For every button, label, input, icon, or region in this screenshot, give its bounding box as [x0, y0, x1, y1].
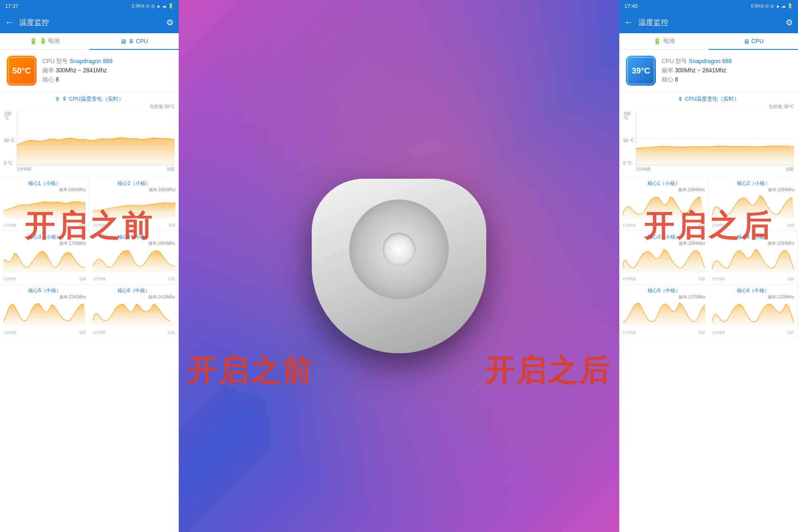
- left-tabs: 🔋 🔋 电池 🖥 🖥 CPU: [0, 33, 179, 50]
- left-app-title: 温度监控: [19, 17, 166, 27]
- left-core3-chart: [3, 247, 86, 276]
- cpu-core-label: 核心: [42, 76, 54, 83]
- right-core-3: 核心3（小核） 频率:1094Mhz 1分钟前 当前: [619, 231, 709, 285]
- right-core1-chart: [623, 194, 705, 223]
- left-core4-freq: 频率:1804Mhz: [93, 241, 175, 246]
- left-core3-freq: 频率:1708Mhz: [3, 241, 86, 246]
- right-cpu-model-value: Snapdragon 888: [689, 58, 732, 64]
- left-core-1: 核心1（小核） 频率:1804Mhz 1分钟前 当前: [0, 177, 89, 231]
- cpu-model-row: CPU 型号 Snapdragon 888: [42, 58, 113, 65]
- right-tab-battery[interactable]: 🔋 电池: [619, 33, 709, 49]
- right-core2-label: 核心2（小核）: [712, 180, 795, 187]
- cpu-freq-value: 300Mhz ~ 2841Mhz: [56, 67, 107, 74]
- left-chart-title: 🎙 🎙 CPU温度变化（实时）: [4, 95, 175, 103]
- mic-icon-right: 🎙: [678, 96, 683, 102]
- right-core5-time: 1分钟前 当前: [623, 330, 705, 335]
- right-core6-freq: 频率:1209Mhz: [712, 294, 794, 300]
- left-core5-freq: 频率:2342Mhz: [3, 294, 86, 300]
- left-core3-time: 1分钟前 当前: [3, 276, 86, 282]
- cooler-device: [312, 179, 486, 353]
- left-chart-area: [17, 111, 175, 165]
- right-main-chart: 🎙 CPU温度变化（实时） 当前值:39°C 100 °C 50 °C 0 °C: [619, 92, 798, 177]
- cpu-model-label: CPU 型号: [42, 58, 68, 64]
- middle-background: 开启之前 开启之后: [179, 0, 619, 532]
- left-core-6: 核心6（中核） 频率:2419Mhz 1分钟前 当前: [89, 285, 179, 338]
- cpu-freq-row: 频率 300Mhz ~ 2841Mhz: [42, 67, 113, 74]
- left-core3-label: 核心3（小核）: [3, 234, 86, 241]
- cpu-core-row: 核心 8: [42, 76, 113, 84]
- right-core5-label: 核心5（中核）: [623, 287, 705, 294]
- left-app-bar: ← 温度监控 ⚙: [0, 12, 179, 33]
- right-status-bar: 17:40 0.5K/s ⊙ ◎ ▲ ☁ 🔋: [619, 0, 798, 12]
- right-core-6: 核心6（中核） 频率:1209Mhz 1分钟前 当前: [709, 285, 798, 338]
- left-core-2: 核心2（小核） 频率:1804Mhz 1分钟前 当前: [89, 177, 179, 231]
- left-core6-label: 核心6（中核）: [93, 287, 175, 294]
- right-core4-freq: 频率:1094Mhz: [712, 241, 794, 246]
- left-main-chart: 🎙 🎙 CPU温度变化（实时） 当前值:50°C 100 °C 50 °C 0 …: [0, 92, 179, 177]
- left-cpu-temp-badge: 50°C: [7, 56, 37, 86]
- right-cpu-freq-value: 300Mhz ~ 2841Mhz: [675, 67, 726, 74]
- left-core1-freq: 频率:1804Mhz: [3, 187, 86, 193]
- right-core3-label: 核心3（小核）: [623, 234, 705, 241]
- left-cores-scroll[interactable]: 核心1（小核） 频率:1804Mhz 1分钟前 当前 核心2（小核） 频率: [0, 177, 179, 532]
- right-chart-container: 100 °C 50 °C 0 °C: [623, 111, 794, 174]
- right-core5-chart: [623, 301, 705, 330]
- right-core4-label: 核心4（小核）: [712, 234, 794, 241]
- right-cpu-freq-label: 频率: [662, 67, 673, 74]
- right-back-button[interactable]: ←: [624, 17, 633, 28]
- right-cpu-freq-row: 频率 300Mhz ~ 2841Mhz: [662, 67, 732, 74]
- right-core2-chart: [712, 194, 795, 223]
- right-app-title: 温度监控: [638, 17, 786, 27]
- right-cpu-details: CPU 型号 Snapdragon 888 频率 300Mhz ~ 2841Mh…: [662, 58, 732, 84]
- right-chart-title: 🎙 CPU温度变化（实时）: [623, 95, 794, 103]
- right-core1-label: 核心1（小核）: [623, 180, 705, 187]
- right-cpu-model-label: CPU 型号: [662, 58, 687, 64]
- right-core-4: 核心4（小核） 频率:1094Mhz 1分钟前 当前: [709, 231, 798, 285]
- right-tab-cpu[interactable]: 🖥 CPU: [709, 33, 798, 50]
- right-phone-panel: 17:40 0.5K/s ⊙ ◎ ▲ ☁ 🔋 ← 温度监控 ⚙ 🔋 电池 🖥 C…: [619, 0, 798, 532]
- cooler-body: [312, 179, 486, 353]
- right-y-labels: 100 °C 50 °C 0 °C: [623, 111, 636, 165]
- left-core-4: 核心4（小核） 频率:1804Mhz 1分钟前 当前: [89, 231, 179, 285]
- left-tab-cpu[interactable]: 🖥 🖥 CPU: [89, 33, 179, 50]
- left-core4-time: 1分钟前 当前: [93, 276, 175, 282]
- cpu-icon-left: 🖥: [120, 38, 126, 45]
- left-x-labels: 1分钟前 当前: [17, 165, 175, 174]
- right-core6-time: 1分钟前 当前: [712, 330, 794, 335]
- cpu-model-value: Snapdragon 888: [69, 58, 113, 64]
- fan-center: [382, 233, 416, 266]
- left-cpu-info: 50°C CPU 型号 Snapdragon 888 频率 300Mhz ~ 2…: [0, 50, 179, 92]
- right-battery-icon: 🔋: [653, 37, 661, 45]
- left-cores-grid: 核心1（小核） 频率:1804Mhz 1分钟前 当前 核心2（小核） 频率: [0, 177, 179, 338]
- left-chart-current: 当前值:50°C: [4, 103, 175, 110]
- right-time: 17:40: [624, 3, 638, 9]
- right-chart-current: 当前值:39°C: [623, 103, 794, 110]
- mic-icon-left: 🎙: [55, 96, 60, 102]
- right-cores-grid: 核心1（小核） 频率:1094Mhz 1分钟前 当前 核心2（小核） 频率: [619, 177, 798, 338]
- right-chart-area: [636, 111, 794, 165]
- right-core-2: 核心2（小核） 频率:1094Mhz 1分钟前 当前: [709, 177, 798, 231]
- left-core1-chart: [3, 194, 86, 223]
- left-y-labels: 100 °C 50 °C 0 °C: [4, 111, 17, 165]
- right-cpu-core-label: 核心: [662, 76, 673, 83]
- right-cpu-info: 39°C CPU 型号 Snapdragon 888 频率 300Mhz ~ 2…: [619, 50, 798, 92]
- right-tabs: 🔋 电池 🖥 CPU: [619, 33, 798, 50]
- right-core-1: 核心1（小核） 频率:1094Mhz 1分钟前 当前: [619, 177, 709, 231]
- left-gear-icon[interactable]: ⚙: [166, 17, 174, 27]
- left-core5-time: 1分钟前 当前: [3, 330, 86, 335]
- cpu-freq-label: 频率: [42, 67, 54, 74]
- left-status-icons: 2.3K/s ⊙ ◎ ▲ ☁ 🔋: [132, 3, 174, 9]
- right-core-5: 核心5（中核） 频率:1075Mhz 1分钟前 当前: [619, 285, 709, 338]
- left-core6-freq: 频率:2419Mhz: [93, 294, 175, 300]
- right-core5-freq: 频率:1075Mhz: [623, 294, 705, 300]
- left-core2-chart: [93, 194, 175, 223]
- right-cpu-core-row: 核心 8: [662, 76, 732, 84]
- left-back-button[interactable]: ←: [5, 17, 14, 28]
- left-tab-battery[interactable]: 🔋 🔋 电池: [0, 33, 89, 49]
- left-temperature: 50°C: [12, 66, 31, 76]
- right-cores-scroll[interactable]: 核心1（小核） 频率:1094Mhz 1分钟前 当前 核心2（小核） 频率: [619, 177, 798, 532]
- right-core6-chart: [712, 301, 794, 330]
- fan-circle: [349, 200, 449, 299]
- right-gear-icon[interactable]: ⚙: [786, 17, 793, 27]
- left-core1-label: 核心1（小核）: [3, 180, 86, 187]
